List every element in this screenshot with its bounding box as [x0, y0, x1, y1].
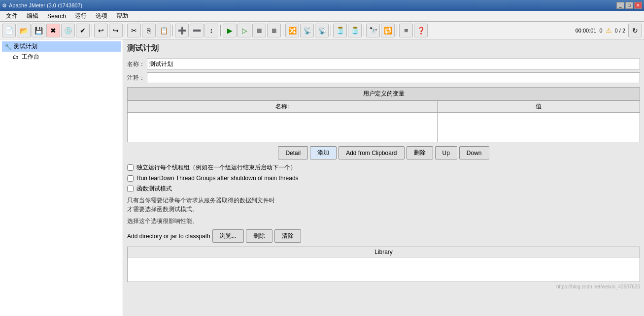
sep6 — [331, 25, 331, 36]
remote-icon[interactable]: ↻ — [628, 24, 642, 37]
save-btn[interactable]: 💾 — [32, 24, 45, 37]
sep3 — [172, 25, 173, 36]
desc-text: 只有当你需要记录每个请求从服务器取得的数据到文件时 才需要选择函数测试模式。 — [127, 196, 640, 214]
classpath-delete-btn[interactable]: 删除 — [246, 229, 272, 243]
undo-btn[interactable]: ↩ — [94, 24, 108, 37]
var-empty-row — [128, 113, 640, 142]
var-table-body — [128, 113, 640, 142]
browse-btn[interactable]: 浏览... — [212, 229, 244, 243]
library-table-body — [128, 257, 640, 282]
help-btn[interactable]: ❓ — [414, 24, 428, 37]
start-btn[interactable]: ▶ — [223, 24, 237, 37]
stop-btn[interactable]: ✖ — [46, 24, 60, 37]
col-name-header: 名称: — [128, 101, 438, 113]
user-vars-header: 用户定义的变量 — [127, 87, 640, 100]
redo-btn[interactable]: ↪ — [109, 24, 123, 37]
paste-btn[interactable]: 📋 — [157, 24, 170, 37]
action-buttons-row: Detail 添加 Add from Clipboard 删除 Up Down — [127, 146, 640, 159]
detail-btn[interactable]: Detail — [278, 146, 308, 159]
menu-bar: 文件 编辑 Search 运行 选项 帮助 — [0, 11, 644, 22]
checkbox2[interactable] — [127, 175, 134, 182]
desc1: 只有当你需要记录每个请求从服务器取得的数据到文件时 — [127, 196, 640, 205]
collapse-btn[interactable]: ➖ — [190, 24, 203, 37]
maximize-btn[interactable]: □ — [625, 2, 633, 9]
toggle-btn[interactable]: ↕ — [204, 24, 218, 37]
checkbox3-label: 函数测试模式 — [136, 185, 172, 193]
app-title: Apache JMeter (3.0 r1743807) — [9, 2, 82, 8]
close-btn[interactable]: ✕ — [634, 2, 642, 9]
comment-row: 注释： — [127, 72, 640, 83]
open-btn[interactable]: 📂 — [17, 24, 31, 37]
sep2 — [125, 25, 125, 36]
cut-btn[interactable]: ✂ — [127, 24, 141, 37]
tree-item-test-plan[interactable]: 🔧 测试计划 — [2, 41, 121, 52]
save2-btn[interactable]: 💿 — [61, 24, 75, 37]
sep1 — [92, 25, 92, 36]
checkbox1-label: 独立运行每个线程组（例如在一个组运行结束后启动下一个） — [136, 163, 296, 172]
name-row: 名称： — [127, 59, 640, 69]
add-btn[interactable]: 添加 — [310, 146, 337, 159]
classpath-clear-btn[interactable]: 清除 — [274, 229, 301, 243]
library-col-header: Library — [128, 247, 640, 257]
sep8 — [397, 25, 397, 36]
warning-count: 0 — [599, 28, 602, 33]
title-bar-left: ⚙ Apache JMeter (3.0 r1743807) — [2, 2, 82, 9]
start-no-pause-btn[interactable]: ▷ — [237, 24, 251, 37]
down-btn[interactable]: Down — [459, 146, 489, 159]
menu-edit[interactable]: 编辑 — [23, 11, 42, 21]
var-table: 名称: 值 — [127, 100, 640, 142]
menu-search[interactable]: Search — [43, 12, 70, 21]
checkbox2-row: Run tearDown Thread Groups after shutdow… — [127, 175, 640, 182]
left-panel: 🔧 测试计划 🗂 工作台 — [0, 39, 123, 316]
sep5 — [283, 25, 283, 36]
up-btn[interactable]: Up — [435, 146, 457, 159]
workbench-icon: 🗂 — [12, 53, 20, 61]
add-clipboard-btn[interactable]: Add from Clipboard — [339, 146, 404, 159]
toolbar-right: 00:00:01 0 ⚠ 0 / 2 ↻ — [576, 24, 642, 37]
test-plan-icon: 🔧 — [4, 43, 12, 51]
desc3: 选择这个选项很影响性能。 — [127, 217, 640, 225]
name-input[interactable] — [147, 59, 640, 69]
stop3-btn[interactable]: ⏹ — [267, 24, 281, 37]
title-bar: ⚙ Apache JMeter (3.0 r1743807) _ □ ✕ — [0, 0, 644, 11]
check-btn[interactable]: ✔ — [76, 24, 90, 37]
comment-label: 注释： — [127, 74, 147, 82]
col-value-header: 值 — [437, 101, 640, 113]
menu-file[interactable]: 文件 — [2, 11, 22, 21]
title-bar-controls[interactable]: _ □ ✕ — [616, 2, 642, 9]
menu-options[interactable]: 选项 — [92, 11, 111, 21]
comment-input[interactable] — [147, 72, 640, 83]
tree-item-workbench[interactable]: 🗂 工作台 — [2, 52, 121, 62]
reset-btn[interactable]: 🔁 — [381, 24, 395, 37]
watermark: https://blog.csdn.net/weixin_43907620 — [127, 284, 640, 289]
new-btn[interactable]: 📄 — [2, 24, 16, 37]
library-table: Library — [127, 247, 640, 282]
checkbox1[interactable] — [127, 164, 134, 171]
list-btn[interactable]: ≡ — [399, 24, 413, 37]
checkbox3[interactable] — [127, 186, 134, 192]
jar2-btn[interactable]: 🫙 — [348, 24, 362, 37]
warning-icon: ⚠ — [606, 27, 612, 34]
remote-stop-btn[interactable]: 📡 — [300, 24, 314, 37]
remote-start-btn[interactable]: 🔀 — [285, 24, 299, 37]
workbench-label: 工作台 — [22, 53, 39, 61]
menu-help[interactable]: 帮助 — [112, 11, 132, 21]
classpath-label: Add directory or jar to classpath — [127, 233, 210, 240]
expand-btn[interactable]: ➕ — [175, 24, 189, 37]
var-value-cell — [437, 113, 640, 142]
jar-btn[interactable]: 🫙 — [333, 24, 347, 37]
minimize-btn[interactable]: _ — [616, 2, 624, 9]
right-panel: 测试计划 名称： 注释： 用户定义的变量 名称: 值 — [123, 39, 644, 316]
menu-run[interactable]: 运行 — [71, 11, 91, 21]
delete-btn[interactable]: 删除 — [407, 146, 433, 159]
remote-stop2-btn[interactable]: 📡 — [315, 24, 329, 37]
app-icon: ⚙ — [2, 2, 7, 9]
checkbox1-row: 独立运行每个线程组（例如在一个组运行结束后启动下一个） — [127, 163, 640, 172]
desc2: 才需要选择函数测试模式。 — [127, 205, 640, 214]
stop2-btn[interactable]: ⏹ — [252, 24, 266, 37]
copy-btn[interactable]: ⎘ — [142, 24, 156, 37]
test-plan-label: 测试计划 — [14, 42, 37, 51]
binoculars-btn[interactable]: 🔭 — [366, 24, 380, 37]
var-name-cell — [128, 113, 438, 142]
timer-value: 00:00:01 — [576, 28, 597, 33]
